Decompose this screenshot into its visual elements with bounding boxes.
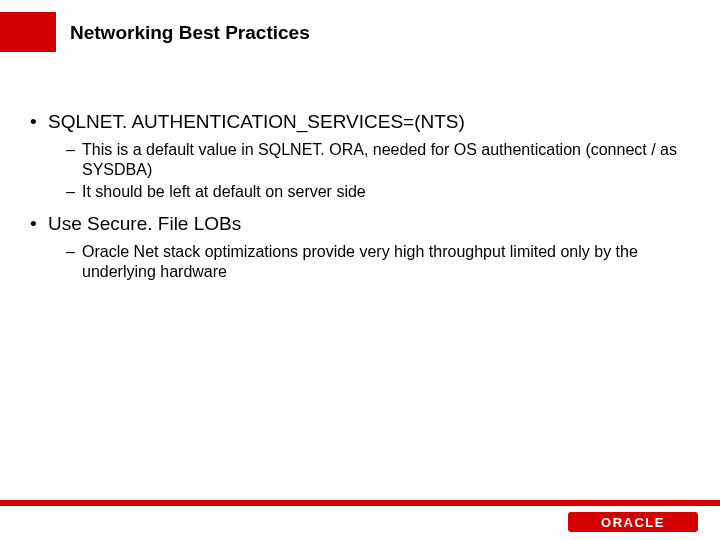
bullet-level2: This is a default value in SQLNET. ORA, …	[30, 140, 690, 180]
oracle-logo-text: ORACLE	[601, 515, 665, 530]
bullet-level1: Use Secure. File LOBs	[30, 212, 690, 236]
slide-content: SQLNET. AUTHENTICATION_SERVICES=(NTS) Th…	[30, 110, 690, 284]
footer-red-bar	[0, 500, 720, 506]
bullet-level2: It should be left at default on server s…	[30, 182, 690, 202]
slide-title: Networking Best Practices	[70, 22, 310, 44]
bullet-level2: Oracle Net stack optimizations provide v…	[30, 242, 690, 282]
oracle-logo-icon: ORACLE	[568, 512, 698, 532]
header-red-block	[0, 12, 56, 52]
bullet-level1: SQLNET. AUTHENTICATION_SERVICES=(NTS)	[30, 110, 690, 134]
